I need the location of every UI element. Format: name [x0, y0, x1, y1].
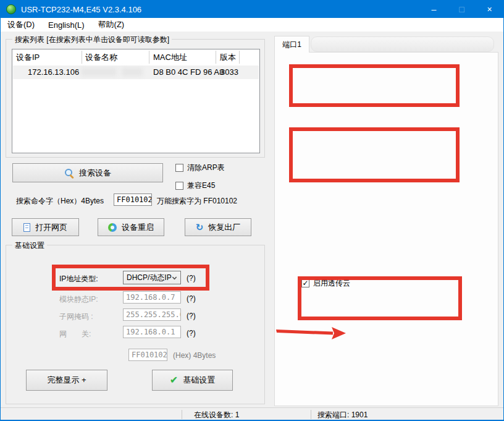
green-check-icon: ✔ — [170, 375, 178, 385]
column-separator — [149, 51, 149, 64]
cloud-title: 启用透传云 — [313, 278, 350, 289]
ip-type-combo[interactable]: DHCP/动态IP — [123, 271, 181, 284]
col-device-ip: 设备IP — [16, 49, 40, 65]
port1-panel — [274, 52, 498, 406]
restart-icon — [108, 223, 117, 232]
close-button[interactable]: × — [476, 1, 503, 18]
menu-device[interactable]: 设备(D) — [1, 19, 41, 30]
restart-label: 设备重启 — [122, 222, 154, 233]
col-version: 版本 — [220, 49, 236, 65]
gateway-value: 192.168.0.1 — [126, 328, 175, 336]
factory-reset-label: 恢复出厂 — [208, 222, 240, 233]
help-link[interactable]: (?) — [187, 274, 196, 283]
menu-help[interactable]: 帮助(Z) — [91, 19, 132, 30]
status-divider — [182, 410, 182, 419]
document-icon — [23, 223, 30, 232]
search-cmd-value: FF010102 — [117, 195, 152, 204]
ip-type-label: IP地址类型: — [59, 274, 98, 284]
help-link[interactable]: (?) — [187, 312, 196, 320]
status-bar: 在线设备数: 1 搜索端口: 1901 — [1, 407, 503, 420]
checkbox-box — [175, 164, 183, 172]
search-list-group-title: 搜索列表 [在搜索列表中单击设备即可读取参数] — [12, 35, 172, 45]
col-mac: MAC地址 — [153, 49, 187, 65]
redacted-device-name — [122, 68, 143, 76]
tab-strip-background — [311, 36, 494, 52]
compat-e45-checkbox[interactable]: 兼容E45 — [175, 181, 215, 191]
restore-icon: ↻ — [196, 223, 204, 232]
search-device-label: 搜索设备 — [79, 168, 111, 179]
tab-port1-label: 端口1 — [282, 40, 301, 50]
subnet-value: 255.255.255.0 — [126, 310, 181, 319]
open-web-button[interactable]: 打开网页 — [12, 218, 79, 236]
window-title: USR-TCP232-M4,E45 V2.3.4.106 — [21, 5, 141, 14]
gateway-input: 192.168.0.1 — [123, 326, 181, 338]
gateway-label: 网 关: — [59, 329, 91, 339]
clear-arp-checkbox[interactable]: 清除ARP表 — [175, 163, 225, 173]
title-bar: USR-TCP232-M4,E45 V2.3.4.106 – □ × — [1, 1, 503, 18]
static-ip-label: 模块静态IP: — [59, 294, 98, 305]
app-logo-icon — [6, 4, 16, 14]
cell-device-ip: 172.16.13.106 — [28, 66, 79, 79]
compat-e45-label: 兼容E45 — [187, 181, 215, 191]
search-cmd-input[interactable]: FF010102 — [114, 193, 152, 206]
window-controls: – □ × — [420, 1, 503, 18]
cloud-checkbox[interactable]: ✓ 启用透传云 — [301, 278, 354, 289]
column-separator — [239, 51, 240, 64]
factory-reset-button[interactable]: ↻ 恢复出厂 — [185, 218, 251, 236]
check-icon: ✓ — [302, 280, 308, 287]
minimize-button[interactable]: – — [420, 1, 448, 18]
search-icon — [64, 168, 74, 178]
subnet-label: 子网掩码 : — [59, 312, 93, 322]
cell-version: 3033 — [220, 66, 238, 79]
redacted-device-name — [81, 68, 117, 76]
basic-hex-input: FF010102 — [128, 349, 167, 361]
basic-settings-button[interactable]: ✔ 基础设置 — [152, 370, 233, 391]
help-link[interactable]: (?) — [187, 329, 196, 338]
basic-hex-suffix: (Hex) 4Bytes — [173, 351, 216, 360]
col-device-name: 设备名称 — [85, 49, 117, 65]
cell-mac: D8 B0 4C FD 96 A8 — [153, 66, 224, 79]
search-cmd-label: 搜索命令字（Hex）4Bytes — [16, 196, 104, 206]
static-ip-input: 192.168.0.7 — [123, 291, 181, 304]
checkbox-box: ✓ — [301, 279, 309, 287]
table-row[interactable]: 172.16.13.106 D8 B0 4C FD 96 A8 3033 — [13, 66, 259, 79]
column-separator — [216, 51, 216, 64]
basic-settings-button-label: 基础设置 — [183, 375, 215, 386]
column-separator — [82, 51, 82, 64]
status-divider — [311, 410, 311, 419]
full-display-button[interactable]: 完整显示 + — [26, 370, 107, 391]
open-web-label: 打开网页 — [35, 222, 67, 233]
search-port: 搜索端口: 1901 — [317, 410, 368, 420]
maximize-button[interactable]: □ — [448, 1, 476, 18]
subnet-input: 255.255.255.0 — [123, 308, 181, 321]
full-display-label: 完整显示 + — [47, 375, 86, 386]
static-ip-value: 192.168.0.7 — [126, 293, 175, 302]
chevron-down-icon — [172, 275, 177, 279]
menu-english[interactable]: English(L) — [41, 20, 91, 30]
restart-device-button[interactable]: 设备重启 — [98, 218, 164, 236]
search-cmd-hint: 万能搜索字为 FF010102 — [157, 196, 237, 206]
tab-port1[interactable]: 端口1 — [274, 36, 309, 53]
menu-bar: 设备(D) English(L) 帮助(Z) — [1, 18, 503, 32]
clear-arp-label: 清除ARP表 — [187, 163, 225, 173]
help-link[interactable]: (?) — [187, 294, 196, 303]
online-device-count: 在线设备数: 1 — [194, 410, 239, 420]
device-table[interactable]: 设备IP 设备名称 MAC地址 版本 172.16.13.106 D8 B0 4… — [12, 49, 260, 153]
app-window: USR-TCP232-M4,E45 V2.3.4.106 – □ × 设备(D)… — [0, 0, 504, 421]
checkbox-box — [175, 182, 183, 190]
basic-settings-title: 基础设置 — [12, 240, 47, 251]
basic-hex-value: FF010102 — [132, 351, 167, 359]
search-device-button[interactable]: 搜索设备 — [12, 163, 163, 182]
ip-type-value: DHCP/动态IP — [127, 273, 172, 283]
